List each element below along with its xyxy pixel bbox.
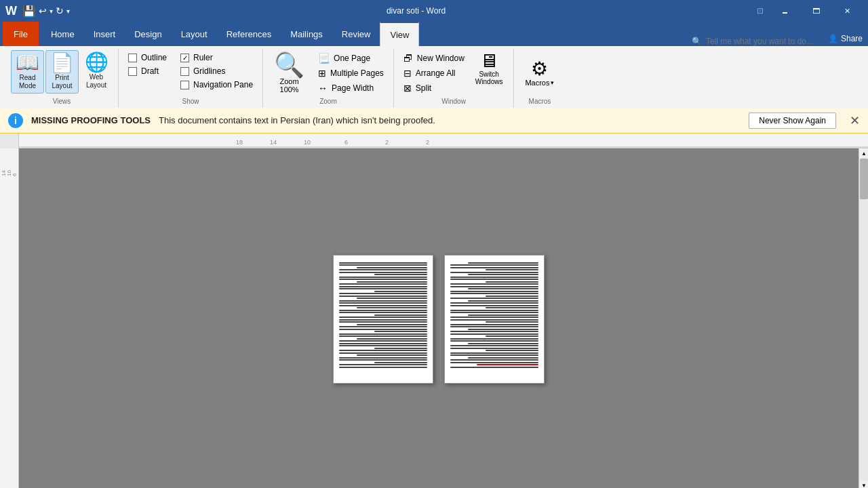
views-group-label: Views: [11, 96, 113, 108]
multiple-pages-button[interactable]: ⊞ Multiple Pages: [314, 66, 388, 80]
draft-checkbox: [128, 67, 137, 76]
scroll-up-arrow[interactable]: ▲: [859, 148, 868, 158]
switch-windows-icon: 🖥: [479, 52, 498, 70]
tab-home[interactable]: Home: [41, 22, 84, 46]
arrange-all-button[interactable]: ⊟ Arrange All: [399, 66, 469, 80]
maximize-button[interactable]: 🗖: [800, 0, 831, 22]
tab-insert[interactable]: Insert: [84, 22, 125, 46]
tab-review[interactable]: Review: [332, 22, 380, 46]
ruler-label: Ruler: [193, 53, 213, 62]
switch-windows-label: SwitchWindows: [475, 70, 503, 85]
ribbon-group-views: 📖 ReadMode 📄 PrintLayout 🌐 WebLayout Vie…: [5, 49, 119, 108]
title-bar: W 💾 ↩ ▾ ↻ ▾ divar soti - Word ⊡ 🗕 🗖 ✕: [0, 0, 868, 22]
arrange-all-label: Arrange All: [416, 68, 456, 78]
ruler-button[interactable]: ✓ Ruler: [176, 52, 257, 64]
multiple-pages-icon: ⊞: [318, 68, 326, 79]
split-button[interactable]: ⊠ Split: [399, 81, 469, 95]
minimize-button[interactable]: 🗕: [769, 0, 800, 22]
macros-label: Macros ▾: [525, 79, 554, 87]
tab-file[interactable]: File: [3, 22, 39, 46]
outline-checkbox: [128, 54, 137, 62]
new-window-icon: 🗗: [403, 53, 413, 64]
title-text: divar soti - Word: [75, 6, 757, 16]
page-width-button[interactable]: ↔ Page Width: [314, 81, 388, 95]
window-controls: 🗕 🗖 ✕: [769, 0, 863, 22]
web-layout-label: WebLayout: [86, 73, 106, 89]
split-label: Split: [416, 83, 431, 93]
pages-container: [319, 241, 558, 397]
one-page-button[interactable]: 📃 One Page: [314, 52, 388, 65]
outline-label: Outline: [141, 53, 167, 62]
horizontal-ruler: 18 14 10 6 2 2: [19, 134, 868, 148]
window-group-label: Window: [399, 96, 509, 108]
ribbon-tabs: File Home Insert Design Layout Reference…: [0, 22, 868, 46]
undo-icon[interactable]: ↩: [39, 5, 47, 16]
zoom-label: Zoom: [280, 77, 299, 85]
page-1: [333, 255, 433, 384]
one-page-label: One Page: [334, 54, 370, 63]
zoom-icon: 🔍: [274, 53, 304, 77]
outline-button[interactable]: Outline: [124, 52, 171, 64]
tab-references[interactable]: References: [217, 22, 281, 46]
new-window-button[interactable]: 🗗 New Window: [399, 52, 469, 65]
read-mode-button[interactable]: 📖 ReadMode: [11, 50, 44, 94]
tab-view[interactable]: View: [380, 22, 419, 46]
switch-windows-button[interactable]: 🖥 SwitchWindows: [470, 50, 509, 87]
never-show-again-button[interactable]: Never Show Again: [749, 113, 836, 129]
close-button[interactable]: ✕: [831, 0, 863, 22]
draft-button[interactable]: Draft: [124, 65, 171, 77]
show-group-label: Show: [124, 96, 257, 108]
undo-dropdown-icon[interactable]: ▾: [50, 7, 53, 15]
web-layout-button[interactable]: 🌐 WebLayout: [80, 50, 113, 92]
close-info-button[interactable]: ✕: [850, 115, 860, 127]
print-layout-button[interactable]: 📄 PrintLayout: [45, 50, 79, 94]
gridlines-button[interactable]: Gridlines: [176, 65, 257, 77]
ribbon-group-show: Outline Draft ✓ Ruler Gridlines: [119, 49, 263, 108]
read-mode-label: ReadMode: [19, 74, 36, 90]
ribbon-search-input[interactable]: [706, 37, 814, 46]
macros-button[interactable]: ⚙ Macros ▾: [519, 58, 559, 88]
redo-icon[interactable]: ↻: [56, 5, 64, 16]
macros-group-label: Macros: [519, 96, 559, 108]
draft-label: Draft: [141, 66, 159, 76]
customize-icon[interactable]: ▾: [66, 7, 70, 15]
page-2-content: [445, 256, 544, 374]
word-icon: W: [5, 4, 17, 18]
scroll-track[interactable]: [859, 158, 868, 481]
page-2: [444, 255, 545, 384]
tab-design[interactable]: Design: [125, 22, 171, 46]
page-width-icon: ↔: [318, 83, 328, 94]
gridlines-checkbox: [180, 67, 189, 76]
zoom-group-label: Zoom: [269, 96, 388, 108]
search-icon: 🔍: [692, 37, 702, 46]
ribbon-group-macros: ⚙ Macros ▾ Macros: [514, 49, 565, 108]
page-1-content: [334, 256, 433, 374]
nav-pane-label: Navigation Pane: [193, 80, 253, 89]
read-mode-icon: 📖: [16, 54, 39, 73]
share-icon: 👤: [828, 34, 838, 43]
share-button[interactable]: 👤 Share: [823, 31, 868, 46]
print-layout-label: PrintLayout: [52, 74, 72, 90]
ribbon-group-window: 🗗 New Window ⊟ Arrange All ⊠ Split 🖥 Swi…: [394, 49, 515, 108]
scroll-down-arrow[interactable]: ▼: [859, 481, 868, 488]
zoom-percent: 100%: [280, 85, 299, 94]
navigation-pane-button[interactable]: Navigation Pane: [176, 79, 257, 91]
left-ruler: 2 2 6 10 14 18 22: [0, 148, 19, 488]
tab-mailings[interactable]: Mailings: [281, 22, 332, 46]
multiple-pages-label: Multiple Pages: [330, 68, 384, 78]
ribbon-search-area: 🔍: [684, 37, 823, 46]
ruler-checkbox: ✓: [180, 54, 189, 62]
gridlines-label: Gridlines: [193, 66, 225, 76]
scroll-thumb[interactable]: [860, 159, 868, 199]
vertical-scrollbar[interactable]: ▲ ▼: [859, 148, 868, 488]
share-label: Share: [841, 34, 863, 43]
zoom-button[interactable]: 🔍 Zoom 100%: [269, 52, 310, 95]
macros-icon: ⚙: [531, 60, 548, 79]
ruler-container: 18 14 10 6 2 2: [0, 134, 868, 148]
document-canvas[interactable]: [19, 148, 859, 488]
info-description: This document contains text in Persian (…: [159, 115, 435, 125]
tab-layout[interactable]: Layout: [172, 22, 217, 46]
ruler-corner: [0, 134, 19, 148]
save-icon[interactable]: 💾: [22, 5, 36, 18]
page-width-label: Page Width: [332, 83, 374, 93]
